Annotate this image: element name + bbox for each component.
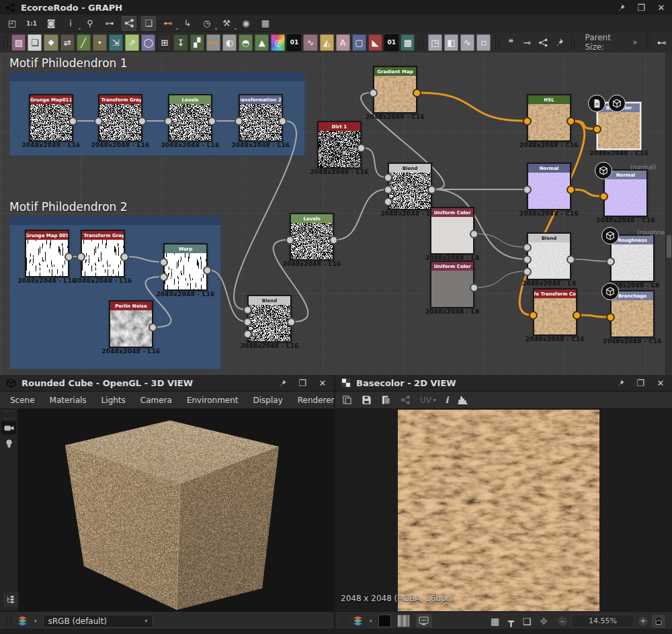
histogram-scan-icon[interactable]: ▲ bbox=[255, 34, 269, 51]
scene-tree-icon[interactable] bbox=[3, 592, 18, 607]
texture-basecolor[interactable] bbox=[398, 410, 599, 611]
node-blend2[interactable]: Blend2048x2048 - L16 bbox=[247, 295, 292, 343]
focus-output-icon[interactable]: ◉ bbox=[239, 16, 253, 31]
node-sg2[interactable]: Safe Transform Graysc...2048x2048 - L16 bbox=[81, 230, 125, 277]
light-mode-icon[interactable] bbox=[1, 437, 16, 450]
save-image-icon[interactable] bbox=[362, 395, 372, 405]
input-connector[interactable] bbox=[593, 125, 601, 134]
uv-dropdown[interactable]: UV▾ bbox=[420, 396, 436, 405]
input-connector[interactable] bbox=[94, 117, 103, 126]
node-outBr[interactable]: Branchage2048x2048 - C16 bbox=[610, 290, 655, 338]
output-connector[interactable] bbox=[208, 117, 216, 126]
screenshot-icon[interactable]: ◙ bbox=[44, 16, 58, 31]
node-sg1[interactable]: Safe Transform Graysc...2048x2048 - L16 bbox=[98, 94, 142, 142]
text-icon[interactable]: A bbox=[336, 34, 350, 51]
output-connector[interactable] bbox=[65, 253, 73, 261]
menu-lights[interactable]: Lights bbox=[94, 396, 133, 405]
input-connector[interactable] bbox=[159, 273, 168, 281]
viewport-3d[interactable] bbox=[0, 409, 334, 611]
wire-gmap-hsl[interactable] bbox=[419, 93, 526, 121]
input-connector[interactable] bbox=[529, 311, 538, 320]
node-g005[interactable]: Grunge Map 0052048x2048 - L16 bbox=[25, 230, 69, 277]
node-t2d[interactable]: Transformation 2D2048x2048 - L16 bbox=[239, 94, 283, 142]
info-icon[interactable]: i bbox=[446, 395, 449, 405]
close-icon[interactable]: ✕ bbox=[317, 377, 328, 388]
spline-icon[interactable]: ∿ bbox=[303, 34, 317, 51]
rgb-display-icon[interactable] bbox=[416, 614, 432, 628]
node-nrm[interactable]: Normal2048x2048 - C16 bbox=[527, 163, 571, 210]
zoom-out-button[interactable]: – bbox=[558, 617, 567, 626]
toolbar-grip[interactable] bbox=[3, 411, 14, 419]
output-connector[interactable] bbox=[566, 255, 575, 264]
frame-all-icon[interactable]: ▦ bbox=[258, 16, 273, 31]
statusbar-grip[interactable] bbox=[7, 615, 11, 627]
input-connector[interactable] bbox=[243, 330, 252, 338]
restore-icon[interactable]: ❐ bbox=[297, 377, 308, 388]
cube-usage-icon[interactable] bbox=[601, 227, 619, 244]
input-connector[interactable] bbox=[77, 253, 85, 261]
input-connector[interactable] bbox=[599, 192, 608, 201]
hsl-icon[interactable]: ◎ bbox=[271, 34, 285, 51]
statusbar-grip[interactable] bbox=[342, 615, 346, 627]
output-connector[interactable] bbox=[357, 144, 366, 152]
chevron-down-icon[interactable]: ▾ bbox=[34, 619, 37, 624]
node-grunge011[interactable]: Grunge Map0112048x2048 - L16 bbox=[29, 94, 73, 142]
timer-icon[interactable]: ◷▾ bbox=[200, 16, 214, 31]
frame-titlebar[interactable] bbox=[10, 217, 220, 225]
levels-icon[interactable]: ╱ bbox=[77, 34, 91, 51]
copy-image-icon[interactable] bbox=[342, 395, 352, 405]
zoom-in-button[interactable]: + bbox=[638, 617, 648, 626]
actual-size-icon[interactable]: 1:1 bbox=[24, 16, 39, 31]
svg-01-icon[interactable]: 01 bbox=[384, 34, 398, 51]
scrollbar-thumb[interactable] bbox=[667, 235, 671, 258]
input-connector[interactable] bbox=[243, 318, 252, 326]
fit-view-icon[interactable]: ❑ bbox=[523, 616, 532, 627]
input-connector[interactable] bbox=[523, 185, 532, 194]
node-uni2[interactable]: Uniform Color2048x2048 - L8 bbox=[430, 261, 474, 308]
histogram-icon[interactable] bbox=[458, 395, 468, 405]
layers-stack-icon[interactable]: ❏ bbox=[141, 16, 156, 31]
frame-node-icon[interactable] bbox=[536, 34, 550, 51]
link-graph-icon[interactable] bbox=[401, 395, 411, 405]
background-color-swatch[interactable] bbox=[378, 615, 391, 627]
tile-sampler-icon[interactable]: ⊞ bbox=[157, 34, 171, 51]
blend-icon[interactable]: ❏ bbox=[28, 34, 42, 51]
input-connector[interactable] bbox=[384, 197, 392, 206]
output-connector[interactable] bbox=[566, 185, 575, 194]
pixel-processor-icon[interactable]: ▫ bbox=[476, 34, 491, 51]
input-connector[interactable] bbox=[523, 243, 532, 252]
output-connector[interactable] bbox=[120, 253, 129, 261]
crop-icon[interactable]: ▢ bbox=[352, 34, 366, 51]
output-connector[interactable] bbox=[413, 89, 421, 97]
flood-fill-icon[interactable]: ◣ bbox=[368, 34, 382, 51]
cube-usage-icon[interactable] bbox=[595, 162, 612, 179]
gradient-axial-icon[interactable]: ◧ bbox=[444, 34, 458, 51]
menu-display[interactable]: Display bbox=[246, 396, 290, 405]
output-connector[interactable] bbox=[203, 266, 212, 275]
normal-sphere-icon[interactable]: ◐ bbox=[222, 34, 237, 51]
input-connector[interactable] bbox=[164, 117, 173, 126]
input-connector[interactable] bbox=[235, 117, 243, 126]
rendered-cube[interactable] bbox=[0, 409, 334, 611]
zoom-level-field[interactable]: 14.55% bbox=[571, 615, 634, 628]
connector-style-icon[interactable]: ↳ bbox=[180, 16, 195, 31]
node-outR[interactable]: Roughness2048x2048 - L8(roughness) bbox=[610, 234, 655, 282]
graph-canvas[interactable]: Motif Philodendron 1Motif Philodendron 2… bbox=[0, 52, 672, 375]
transform-2d-icon[interactable]: ⇲ bbox=[109, 34, 123, 51]
fx-map-icon[interactable]: ◳ bbox=[428, 34, 442, 51]
camera-mode-icon[interactable] bbox=[1, 421, 16, 435]
node-dirt[interactable]: Dirt 12048x2048 - L16 bbox=[317, 121, 362, 169]
active-link-icon[interactable]: ⊷▾ bbox=[161, 16, 175, 31]
input-connector[interactable] bbox=[523, 117, 532, 126]
comment-icon[interactable]: ❝ bbox=[504, 34, 518, 51]
menu-materials[interactable]: Materials bbox=[42, 396, 94, 405]
colorspace-select[interactable]: sRGB (default) ▾ bbox=[43, 615, 153, 628]
node-lv1[interactable]: Levels2048x2048 - L16 bbox=[168, 94, 212, 142]
mirror-icon[interactable]: ◭ bbox=[320, 34, 334, 51]
close-icon[interactable]: ✕ bbox=[656, 2, 667, 13]
restore-icon[interactable]: ❐ bbox=[636, 2, 646, 13]
node-stc[interactable]: Safe Transform Color2048x2048 - C16 bbox=[533, 288, 577, 336]
input-connector[interactable] bbox=[606, 313, 615, 322]
tiling-swatch[interactable] bbox=[397, 615, 410, 627]
node-lv2[interactable]: Levels2048x2048 - L16 bbox=[290, 213, 334, 261]
